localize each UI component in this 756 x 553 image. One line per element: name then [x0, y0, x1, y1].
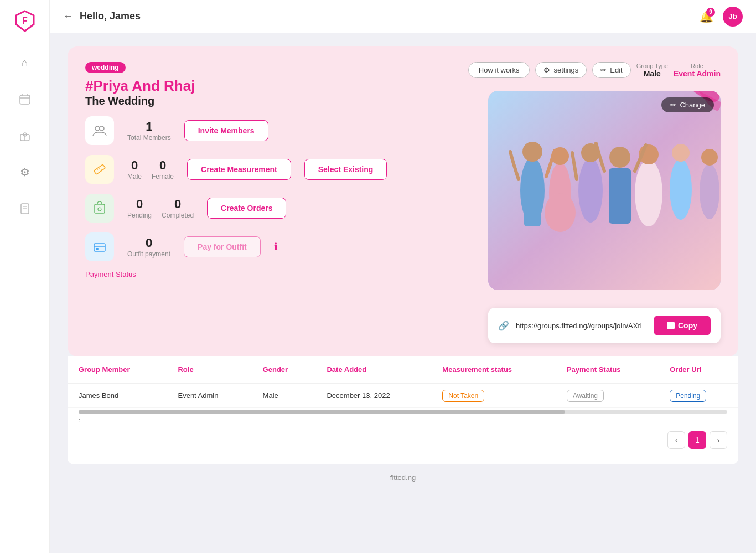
members-icon-box: [85, 116, 114, 145]
create-measurement-button[interactable]: Create Measurement: [187, 159, 291, 180]
svg-point-41: [701, 149, 718, 166]
cell-gender: Male: [252, 383, 316, 408]
table-row: James Bond Event Admin Male December 13,…: [68, 383, 738, 408]
svg-point-38: [670, 159, 692, 220]
edit-pencil-icon: ✏: [600, 66, 607, 74]
svg-point-32: [578, 158, 603, 223]
book-icon[interactable]: [13, 197, 37, 220]
next-page-button[interactable]: ›: [710, 431, 727, 449]
horizontal-scrollbar[interactable]: [79, 410, 727, 414]
pay-for-outfit-button[interactable]: Pay for Outfit: [184, 236, 261, 257]
main-content: wedding #Priya And Rhaj The Wedding How …: [50, 0, 756, 553]
header: ← Hello, James 🔔 9 Jb: [50, 0, 756, 33]
svg-point-27: [522, 142, 542, 162]
edit-button[interactable]: ✏ Edit: [592, 62, 630, 78]
header-title: Hello, James: [80, 11, 141, 22]
svg-rect-28: [524, 182, 541, 226]
invite-members-button[interactable]: Invite Members: [184, 120, 268, 141]
cell-role: Event Admin: [167, 383, 251, 408]
payment-stat-row: 0 Outfit payment Pay for Outfit ℹ: [85, 232, 484, 261]
col-payment-status: Payment Status: [556, 356, 659, 383]
avatar[interactable]: Jb: [723, 7, 743, 27]
members-table-section: Group Member Role Gender Date Added Meas…: [68, 356, 738, 464]
event-image: ✏ Change: [488, 91, 721, 290]
group-type-info: Group Type Male: [636, 63, 668, 78]
pencil-icon: ✏: [670, 101, 676, 109]
back-button[interactable]: ←: [63, 11, 73, 22]
members-table: Group Member Role Gender Date Added Meas…: [68, 356, 738, 408]
svg-point-39: [672, 144, 690, 162]
info-icon[interactable]: ℹ: [274, 241, 278, 253]
svg-rect-34: [609, 168, 631, 224]
measurements-nums: 0 Male 0 Female: [127, 158, 174, 180]
col-group-member: Group Member: [68, 356, 167, 383]
home-icon[interactable]: ⌂: [13, 51, 37, 74]
col-date-added: Date Added: [315, 356, 431, 383]
svg-point-35: [609, 147, 630, 168]
gift-icon[interactable]: [13, 124, 37, 147]
event-badge: wedding: [85, 62, 126, 73]
create-orders-button[interactable]: Create Orders: [207, 198, 286, 219]
svg-rect-20: [95, 204, 105, 213]
col-gender: Gender: [252, 356, 316, 383]
cell-payment-status: Awaiting: [556, 383, 659, 408]
orders-stat-row: 0 Pending 0 Completed Create Orders: [85, 194, 484, 223]
copy-icon: [667, 322, 675, 329]
cell-date: December 13, 2022: [315, 383, 431, 408]
col-order-url: Order Url: [659, 356, 738, 383]
notification-badge: 9: [706, 8, 715, 17]
measurements-stat-row: 0 Male 0 Female Create Measurement Selec…: [85, 155, 484, 184]
prev-page-button[interactable]: ‹: [667, 431, 685, 449]
svg-point-15: [100, 126, 104, 131]
svg-point-14: [95, 126, 100, 131]
cell-order-url: Pending: [659, 383, 738, 408]
notification-bell[interactable]: 🔔 9: [696, 7, 716, 27]
role-info: Role Event Admin: [674, 63, 721, 78]
svg-point-36: [635, 160, 662, 226]
select-existing-button[interactable]: Select Existing: [304, 159, 387, 180]
members-stat-row: 1 Total Members Invite Members: [85, 116, 484, 145]
payment-icon-box: [85, 232, 114, 261]
page-1-button[interactable]: 1: [688, 431, 706, 449]
settings-gear-icon: ⚙: [543, 66, 550, 74]
svg-point-40: [700, 164, 719, 219]
svg-rect-24: [96, 248, 99, 250]
app-logo[interactable]: F: [13, 9, 37, 33]
col-measurement-status: Measurement status: [431, 356, 556, 383]
svg-rect-22: [94, 244, 105, 251]
svg-point-21: [98, 208, 101, 211]
footer: fitted.ng: [68, 464, 738, 490]
invite-url: https://groups.fitted.ng//groups/join/AX…: [516, 322, 647, 330]
measurements-icon-box: [85, 155, 114, 184]
settings-icon[interactable]: ⚙: [13, 161, 37, 184]
svg-rect-3: [20, 95, 30, 104]
stats-area: 1 Total Members Invite Members: [85, 116, 484, 261]
payment-badge: Awaiting: [567, 390, 604, 402]
copy-button[interactable]: Copy: [654, 316, 711, 335]
svg-point-31: [545, 193, 576, 232]
measurement-badge: Not Taken: [442, 390, 484, 402]
invite-link-card: 🔗 https://groups.fitted.ng//groups/join/…: [488, 308, 721, 343]
order-url-badge: Pending: [670, 390, 706, 402]
col-role: Role: [167, 356, 251, 383]
pagination: ‹ 1 ›: [68, 425, 738, 456]
link-icon: 🔗: [498, 321, 509, 331]
how-it-works-button[interactable]: How it works: [468, 62, 530, 78]
orders-icon-box: [85, 194, 114, 223]
event-header-actions: How it works ⚙ settings ✏ Edit Group Typ…: [468, 62, 721, 78]
payment-nums: 0 Outfit payment: [127, 236, 170, 258]
settings-button[interactable]: ⚙ settings: [535, 62, 587, 78]
change-image-button[interactable]: ✏ Change: [661, 97, 714, 112]
sidebar: F ⌂ ⚙: [0, 0, 50, 553]
cell-measurement-status: Not Taken: [431, 383, 556, 408]
event-card: wedding #Priya And Rhaj The Wedding How …: [68, 46, 738, 356]
svg-text:F: F: [22, 16, 28, 25]
orders-nums: 0 Pending 0 Completed: [127, 197, 194, 219]
cell-member: James Bond: [68, 383, 167, 408]
scroll-label: :: [68, 416, 738, 425]
calendar-icon[interactable]: [13, 87, 37, 111]
members-nums: 1 Total Members: [127, 120, 171, 142]
